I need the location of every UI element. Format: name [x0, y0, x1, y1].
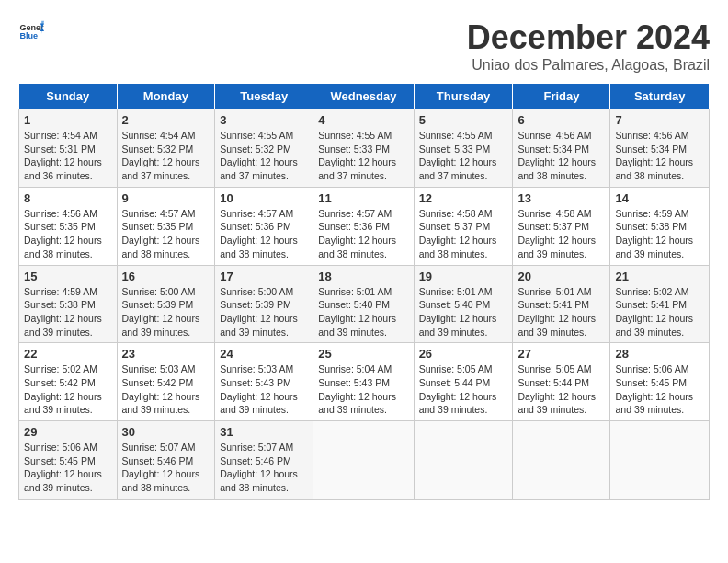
day-number: 30 [122, 425, 210, 439]
weekday-header-tuesday: Tuesday [215, 84, 313, 109]
svg-text:Blue: Blue [19, 31, 38, 40]
calendar-cell: 15Sunrise: 4:59 AMSunset: 5:38 PMDayligh… [19, 265, 118, 343]
day-info: Sunrise: 5:04 AMSunset: 5:43 PMDaylight:… [318, 362, 408, 417]
calendar-cell: 22Sunrise: 5:02 AMSunset: 5:42 PMDayligh… [19, 343, 118, 421]
day-info: Sunrise: 4:57 AMSunset: 5:36 PMDaylight:… [318, 207, 408, 261]
logo-icon: General Blue [18, 18, 44, 44]
day-number: 23 [122, 347, 210, 361]
day-number: 13 [518, 191, 605, 205]
weekday-header-wednesday: Wednesday [313, 84, 414, 109]
day-number: 31 [220, 425, 308, 439]
calendar-week-3: 15Sunrise: 4:59 AMSunset: 5:38 PMDayligh… [19, 265, 710, 343]
weekday-header-saturday: Saturday [610, 84, 710, 109]
calendar-cell: 19Sunrise: 5:01 AMSunset: 5:40 PMDayligh… [414, 265, 513, 343]
day-info: Sunrise: 5:05 AMSunset: 5:44 PMDaylight:… [419, 362, 508, 417]
calendar-cell: 30Sunrise: 5:07 AMSunset: 5:46 PMDayligh… [117, 421, 215, 500]
day-info: Sunrise: 4:54 AMSunset: 5:31 PMDaylight:… [24, 129, 112, 183]
calendar-cell [414, 421, 513, 500]
day-info: Sunrise: 5:06 AMSunset: 5:45 PMDaylight:… [24, 441, 112, 495]
day-info: Sunrise: 5:01 AMSunset: 5:41 PMDaylight:… [518, 285, 605, 339]
day-info: Sunrise: 4:55 AMSunset: 5:33 PMDaylight:… [419, 129, 508, 183]
calendar-cell: 13Sunrise: 4:58 AMSunset: 5:37 PMDayligh… [513, 187, 610, 265]
day-number: 25 [318, 347, 408, 361]
day-info: Sunrise: 5:05 AMSunset: 5:44 PMDaylight:… [518, 362, 605, 417]
calendar-cell: 23Sunrise: 5:03 AMSunset: 5:42 PMDayligh… [117, 343, 215, 421]
day-number: 12 [419, 191, 508, 205]
day-number: 29 [24, 425, 112, 439]
day-info: Sunrise: 4:55 AMSunset: 5:32 PMDaylight:… [220, 129, 308, 183]
day-number: 28 [615, 347, 704, 361]
calendar-body: 1Sunrise: 4:54 AMSunset: 5:31 PMDaylight… [19, 109, 710, 500]
day-number: 6 [518, 113, 605, 127]
day-info: Sunrise: 4:59 AMSunset: 5:38 PMDaylight:… [24, 285, 112, 339]
calendar-cell: 10Sunrise: 4:57 AMSunset: 5:36 PMDayligh… [215, 187, 313, 265]
day-number: 2 [122, 113, 210, 127]
calendar-week-2: 8Sunrise: 4:56 AMSunset: 5:35 PMDaylight… [19, 187, 710, 265]
day-number: 11 [318, 191, 408, 205]
calendar-cell: 9Sunrise: 4:57 AMSunset: 5:35 PMDaylight… [117, 187, 215, 265]
day-info: Sunrise: 4:56 AMSunset: 5:35 PMDaylight:… [24, 207, 112, 261]
calendar-cell [610, 421, 710, 500]
day-number: 8 [24, 191, 112, 205]
day-info: Sunrise: 4:59 AMSunset: 5:38 PMDaylight:… [615, 207, 704, 261]
calendar-cell [513, 421, 610, 500]
calendar-cell: 11Sunrise: 4:57 AMSunset: 5:36 PMDayligh… [313, 187, 414, 265]
logo: General Blue [18, 18, 44, 44]
day-info: Sunrise: 5:02 AMSunset: 5:41 PMDaylight:… [615, 285, 704, 339]
calendar-cell: 29Sunrise: 5:06 AMSunset: 5:45 PMDayligh… [19, 421, 118, 500]
calendar-cell: 20Sunrise: 5:01 AMSunset: 5:41 PMDayligh… [513, 265, 610, 343]
weekday-header-monday: Monday [117, 84, 215, 109]
calendar-cell: 7Sunrise: 4:56 AMSunset: 5:34 PMDaylight… [610, 109, 710, 188]
header: General Blue December 2024 Uniao dos Pal… [18, 18, 710, 74]
calendar-cell [313, 421, 414, 500]
day-number: 24 [220, 347, 308, 361]
month-title: December 2024 [467, 18, 710, 57]
day-number: 3 [220, 113, 308, 127]
day-number: 14 [615, 191, 704, 205]
calendar-cell: 31Sunrise: 5:07 AMSunset: 5:46 PMDayligh… [215, 421, 313, 500]
day-info: Sunrise: 4:57 AMSunset: 5:35 PMDaylight:… [122, 207, 210, 261]
weekday-header-friday: Friday [513, 84, 610, 109]
calendar-cell: 14Sunrise: 4:59 AMSunset: 5:38 PMDayligh… [610, 187, 710, 265]
day-info: Sunrise: 5:06 AMSunset: 5:45 PMDaylight:… [615, 362, 704, 417]
calendar-cell: 26Sunrise: 5:05 AMSunset: 5:44 PMDayligh… [414, 343, 513, 421]
day-info: Sunrise: 4:56 AMSunset: 5:34 PMDaylight:… [615, 129, 704, 183]
day-number: 5 [419, 113, 508, 127]
day-info: Sunrise: 4:57 AMSunset: 5:36 PMDaylight:… [220, 207, 308, 261]
location-title: Uniao dos Palmares, Alagoas, Brazil [467, 57, 710, 74]
weekday-header-thursday: Thursday [414, 84, 513, 109]
calendar-cell: 21Sunrise: 5:02 AMSunset: 5:41 PMDayligh… [610, 265, 710, 343]
calendar-cell: 4Sunrise: 4:55 AMSunset: 5:33 PMDaylight… [313, 109, 414, 188]
day-info: Sunrise: 4:58 AMSunset: 5:37 PMDaylight:… [518, 207, 605, 261]
calendar-week-1: 1Sunrise: 4:54 AMSunset: 5:31 PMDaylight… [19, 109, 710, 188]
title-area: December 2024 Uniao dos Palmares, Alagoa… [467, 18, 710, 74]
calendar-cell: 3Sunrise: 4:55 AMSunset: 5:32 PMDaylight… [215, 109, 313, 188]
day-info: Sunrise: 4:54 AMSunset: 5:32 PMDaylight:… [122, 129, 210, 183]
calendar-cell: 25Sunrise: 5:04 AMSunset: 5:43 PMDayligh… [313, 343, 414, 421]
day-number: 4 [318, 113, 408, 127]
day-info: Sunrise: 5:01 AMSunset: 5:40 PMDaylight:… [419, 285, 508, 339]
day-info: Sunrise: 4:55 AMSunset: 5:33 PMDaylight:… [318, 129, 408, 183]
day-number: 20 [518, 270, 605, 283]
calendar-cell: 18Sunrise: 5:01 AMSunset: 5:40 PMDayligh… [313, 265, 414, 343]
calendar-cell: 6Sunrise: 4:56 AMSunset: 5:34 PMDaylight… [513, 109, 610, 188]
day-number: 9 [122, 191, 210, 205]
day-info: Sunrise: 5:02 AMSunset: 5:42 PMDaylight:… [24, 362, 112, 417]
calendar-cell: 28Sunrise: 5:06 AMSunset: 5:45 PMDayligh… [610, 343, 710, 421]
svg-text:General: General [19, 23, 44, 32]
day-number: 7 [615, 113, 704, 127]
day-info: Sunrise: 5:00 AMSunset: 5:39 PMDaylight:… [220, 285, 308, 339]
day-info: Sunrise: 5:03 AMSunset: 5:43 PMDaylight:… [220, 362, 308, 417]
day-number: 15 [24, 270, 112, 283]
calendar-cell: 12Sunrise: 4:58 AMSunset: 5:37 PMDayligh… [414, 187, 513, 265]
day-info: Sunrise: 5:00 AMSunset: 5:39 PMDaylight:… [122, 285, 210, 339]
calendar-cell: 8Sunrise: 4:56 AMSunset: 5:35 PMDaylight… [19, 187, 118, 265]
calendar-cell: 1Sunrise: 4:54 AMSunset: 5:31 PMDaylight… [19, 109, 118, 188]
day-info: Sunrise: 4:56 AMSunset: 5:34 PMDaylight:… [518, 129, 605, 183]
day-number: 21 [615, 270, 704, 283]
day-number: 16 [122, 270, 210, 283]
calendar-cell: 16Sunrise: 5:00 AMSunset: 5:39 PMDayligh… [117, 265, 215, 343]
weekday-header-sunday: Sunday [19, 84, 118, 109]
day-info: Sunrise: 5:01 AMSunset: 5:40 PMDaylight:… [318, 285, 408, 339]
calendar-cell: 24Sunrise: 5:03 AMSunset: 5:43 PMDayligh… [215, 343, 313, 421]
